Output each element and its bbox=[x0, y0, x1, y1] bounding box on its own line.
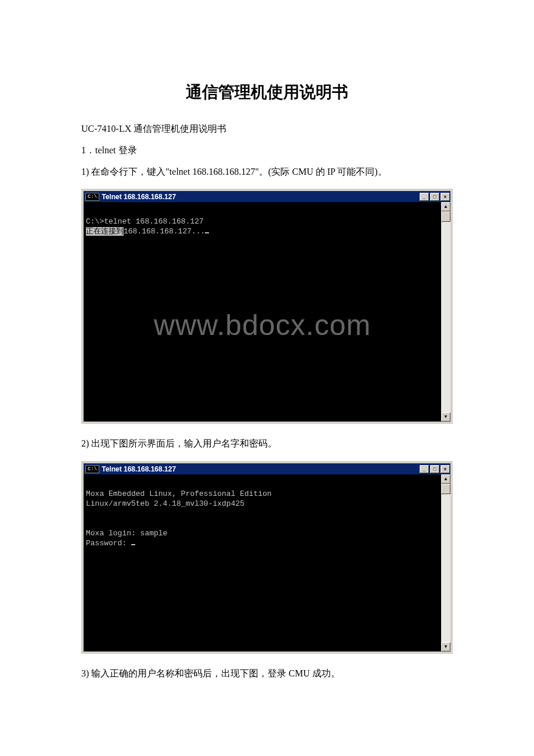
document-subtitle: UC-7410-LX 通信管理机使用说明书 bbox=[81, 121, 453, 138]
window-body: Moxa Embedded Linux, Professional Editio… bbox=[84, 474, 450, 651]
cmd-icon: C:\ bbox=[85, 193, 99, 201]
scrollbar-thumb[interactable] bbox=[441, 211, 450, 222]
minimize-button[interactable]: _ bbox=[420, 465, 429, 473]
scroll-up-button[interactable]: ▲ bbox=[441, 474, 450, 484]
scrollbar[interactable]: ▲ ▼ bbox=[441, 474, 450, 651]
step-2-text: 2) 出现下图所示界面后，输入用户名字和密码。 bbox=[81, 435, 453, 452]
terminal-line: 正在连接到 bbox=[86, 227, 124, 236]
document-page: 通信管理机使用说明书 UC-7410-LX 通信管理机使用说明书 1．telne… bbox=[0, 0, 534, 710]
cursor-icon bbox=[205, 232, 209, 233]
maximize-button[interactable]: □ bbox=[430, 465, 439, 473]
terminal-line: Password: bbox=[86, 539, 131, 548]
watermark-text: www.bdocx.com bbox=[154, 321, 371, 330]
scroll-down-button[interactable]: ▼ bbox=[441, 412, 450, 422]
window-title: Telnet 168.168.168.127 bbox=[102, 193, 419, 201]
cmd-window-2: C:\ Telnet 168.168.168.127 _ □ × Moxa Em… bbox=[81, 461, 453, 654]
terminal-line: C:\>telnet 168.168.168.127 bbox=[86, 217, 204, 226]
step-1-text: 1) 在命令行下，键入"telnet 168.168.168.127"。(实际 … bbox=[81, 164, 453, 181]
scrollbar-thumb[interactable] bbox=[441, 484, 450, 494]
cmd-window-1: C:\ Telnet 168.168.168.127 _ □ × C:\>tel… bbox=[81, 189, 453, 424]
section-heading: 1．telnet 登录 bbox=[81, 142, 453, 159]
cmd-icon: C:\ bbox=[85, 465, 99, 473]
titlebar: C:\ Telnet 168.168.168.127 _ □ × bbox=[84, 463, 450, 474]
terminal-line: Linux/armv5teb 2.4.18_mvl30-ixdp425 bbox=[86, 499, 244, 508]
window-title: Telnet 168.168.168.127 bbox=[102, 465, 419, 473]
maximize-button[interactable]: □ bbox=[430, 193, 439, 201]
document-title: 通信管理机使用说明书 bbox=[81, 81, 453, 103]
minimize-button[interactable]: _ bbox=[420, 193, 429, 201]
step-3-text: 3) 输入正确的用户名称和密码后，出现下图，登录 CMU 成功。 bbox=[81, 665, 453, 682]
close-button[interactable]: × bbox=[441, 465, 450, 473]
scrollbar[interactable]: ▲ ▼ bbox=[441, 202, 450, 422]
terminal-line: 168.168.168.127... bbox=[124, 227, 205, 236]
terminal-output: Moxa Embedded Linux, Professional Editio… bbox=[84, 474, 441, 651]
scrollbar-track[interactable] bbox=[441, 484, 450, 642]
scrollbar-track[interactable] bbox=[441, 211, 450, 412]
terminal-line: Moxa Embedded Linux, Professional Editio… bbox=[86, 489, 272, 498]
terminal-line: Moxa login: sample bbox=[86, 529, 167, 538]
scroll-up-button[interactable]: ▲ bbox=[441, 202, 450, 211]
cursor-icon bbox=[131, 544, 135, 545]
close-button[interactable]: × bbox=[441, 193, 450, 201]
scroll-down-button[interactable]: ▼ bbox=[441, 642, 450, 651]
terminal-output: C:\>telnet 168.168.168.127 正在连接到168.168.… bbox=[84, 202, 441, 422]
titlebar: C:\ Telnet 168.168.168.127 _ □ × bbox=[84, 191, 450, 202]
window-body: C:\>telnet 168.168.168.127 正在连接到168.168.… bbox=[84, 202, 450, 422]
